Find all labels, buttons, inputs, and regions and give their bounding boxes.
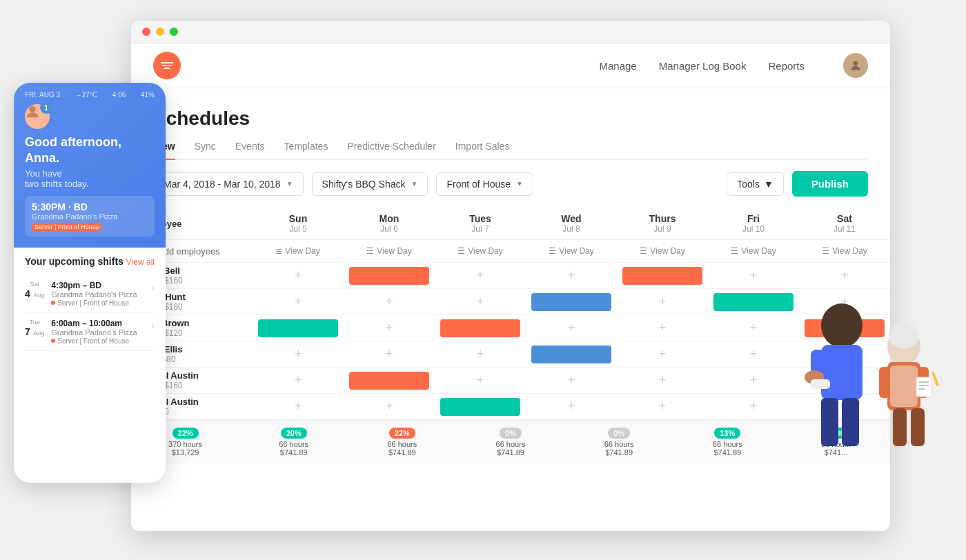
window-minimize-dot[interactable] (156, 28, 164, 36)
empty-shift-cell[interactable]: + (253, 263, 344, 289)
add-shift-button[interactable]: + (440, 268, 520, 283)
nav-reports[interactable]: Reports (768, 60, 805, 72)
nav-manager-log-book[interactable]: Manager Log Book (659, 60, 747, 72)
add-shift-button[interactable]: + (805, 373, 885, 388)
view-day-sat-btn[interactable]: ☰ View Day (805, 246, 885, 256)
empty-shift-cell[interactable]: + (799, 289, 890, 315)
add-shift-button[interactable]: + (258, 399, 338, 414)
view-all-link[interactable]: View all (126, 257, 155, 267)
add-shift-button[interactable]: + (440, 347, 520, 361)
add-shift-button[interactable]: + (622, 373, 702, 388)
empty-shift-cell[interactable]: + (526, 368, 617, 394)
add-shift-button[interactable]: + (713, 268, 793, 283)
shift-bar[interactable] (713, 293, 793, 311)
location-picker[interactable]: Shifty's BBQ Shack ▼ (312, 172, 428, 196)
empty-shift-cell[interactable]: + (617, 394, 708, 420)
window-close-dot[interactable] (142, 28, 150, 36)
empty-shift-cell[interactable]: + (799, 394, 890, 420)
tab-events[interactable]: Events (235, 141, 265, 159)
add-shift-button[interactable]: + (713, 399, 793, 414)
shift-cell[interactable] (799, 315, 890, 341)
tab-import-sales[interactable]: Import Sales (455, 141, 510, 159)
tab-templates[interactable]: Templates (284, 141, 328, 159)
add-shift-button[interactable]: + (713, 321, 793, 335)
shift-bar[interactable] (531, 346, 611, 363)
empty-shift-cell[interactable]: + (708, 315, 799, 341)
empty-shift-cell[interactable]: + (435, 263, 526, 289)
empty-shift-cell[interactable]: + (253, 394, 344, 420)
shift-cell[interactable] (526, 341, 617, 368)
shift-cell[interactable] (526, 289, 617, 315)
add-shift-button[interactable]: + (349, 347, 429, 361)
add-shift-button[interactable]: + (713, 347, 793, 361)
empty-shift-cell[interactable]: + (617, 341, 708, 368)
add-shift-button[interactable]: + (258, 373, 338, 388)
shift-bar[interactable] (440, 398, 520, 416)
shift-bar[interactable] (622, 267, 702, 285)
empty-shift-cell[interactable]: + (344, 394, 435, 420)
tab-predictive-scheduler[interactable]: Predictive Scheduler (347, 141, 435, 159)
add-shift-button[interactable]: + (349, 294, 429, 309)
add-shift-button[interactable]: + (622, 399, 702, 414)
empty-shift-cell[interactable]: + (708, 263, 799, 289)
add-shift-button[interactable]: + (622, 294, 702, 309)
shift-bar[interactable] (258, 319, 338, 337)
add-shift-button[interactable]: + (440, 294, 520, 309)
shift-cell[interactable] (344, 368, 435, 394)
view-day-sun-btn[interactable]: ☰ View Day (258, 246, 338, 256)
shift-cell[interactable] (253, 315, 344, 341)
add-shift-button[interactable]: + (622, 321, 702, 335)
empty-shift-cell[interactable]: + (708, 341, 799, 368)
shift-cell[interactable] (435, 315, 526, 341)
empty-shift-cell[interactable]: + (344, 289, 435, 315)
empty-shift-cell[interactable]: + (617, 289, 708, 315)
shift-cell[interactable] (708, 289, 799, 315)
date-range-picker[interactable]: Mar 4, 2018 - Mar 10, 2018 ▼ (153, 172, 304, 196)
add-shift-button[interactable]: + (805, 347, 885, 361)
shift-bar[interactable] (805, 319, 885, 337)
tab-sync[interactable]: Sync (195, 141, 216, 159)
empty-shift-cell[interactable]: + (253, 341, 344, 368)
add-shift-button[interactable]: + (622, 347, 702, 361)
empty-shift-cell[interactable]: + (799, 341, 890, 368)
add-shift-button[interactable]: + (258, 347, 338, 361)
empty-shift-cell[interactable]: + (344, 341, 435, 368)
view-day-fri-btn[interactable]: ☰ View Day (713, 246, 793, 256)
add-shift-button[interactable]: + (805, 294, 885, 309)
empty-shift-cell[interactable]: + (526, 263, 617, 289)
empty-shift-cell[interactable]: + (435, 341, 526, 368)
empty-shift-cell[interactable]: + (253, 368, 344, 394)
department-picker[interactable]: Front of House ▼ (436, 172, 533, 196)
add-shift-button[interactable]: + (805, 399, 885, 414)
add-shift-button[interactable]: + (531, 373, 611, 388)
view-day-wed-btn[interactable]: ☰ View Day (531, 246, 611, 256)
add-shift-button[interactable]: + (349, 321, 429, 335)
shift-bar[interactable] (531, 293, 611, 311)
add-shift-button[interactable]: + (258, 294, 338, 309)
publish-button[interactable]: Publish (792, 171, 868, 197)
nav-manage[interactable]: Manage (599, 60, 636, 72)
shift-cell[interactable] (435, 394, 526, 420)
add-shift-button[interactable]: + (531, 268, 611, 283)
empty-shift-cell[interactable]: + (344, 315, 435, 341)
empty-shift-cell[interactable]: + (799, 263, 890, 289)
empty-shift-cell[interactable]: + (708, 394, 799, 420)
user-avatar[interactable] (843, 53, 868, 78)
shift-bar[interactable] (349, 372, 429, 390)
view-day-tues-btn[interactable]: ☰ View Day (440, 246, 520, 256)
add-shift-button[interactable]: + (531, 399, 611, 414)
add-shift-button[interactable]: + (805, 268, 885, 283)
window-maximize-dot[interactable] (170, 28, 178, 36)
empty-shift-cell[interactable]: + (253, 289, 344, 315)
add-shift-button[interactable]: + (531, 321, 611, 335)
empty-shift-cell[interactable]: + (526, 394, 617, 420)
add-shift-button[interactable]: + (258, 268, 338, 283)
view-day-mon-btn[interactable]: ☰ View Day (349, 246, 429, 256)
shift-bar[interactable] (349, 267, 429, 285)
empty-shift-cell[interactable]: + (708, 368, 799, 394)
empty-shift-cell[interactable]: + (617, 368, 708, 394)
add-shift-button[interactable]: + (349, 399, 429, 414)
empty-shift-cell[interactable]: + (435, 368, 526, 394)
empty-shift-cell[interactable]: + (435, 289, 526, 315)
tools-button[interactable]: Tools ▼ (727, 172, 784, 196)
